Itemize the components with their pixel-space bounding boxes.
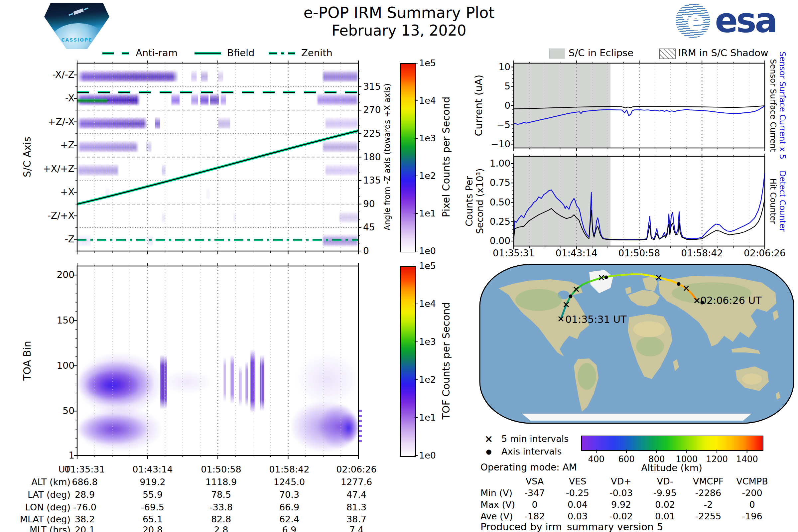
voltage-cell: -0.02 (609, 511, 633, 521)
toa-blob (339, 413, 358, 443)
track-end-label: 02:06:26 UT (700, 294, 762, 306)
mission-patch-art: CASSIOPE (44, 3, 109, 50)
current-tick: 10 (498, 61, 510, 72)
eclipse-swatch (549, 49, 565, 58)
voltage-row-label: Max (V) (480, 499, 515, 510)
ground-track-map: 01:35:31 UT02:06:26 UT (479, 263, 795, 424)
toa-blob (245, 361, 248, 406)
angle-tick: 270 (363, 105, 381, 115)
sc-axis-tick: -X/-Z (52, 70, 75, 80)
time-tick: 01:50:58 (619, 248, 660, 259)
spectro-band (77, 234, 91, 247)
time-tick: 01:35:31 (493, 248, 535, 259)
esa-wordmark: esa (715, 1, 776, 40)
ephemeris-cell: 62.4 (279, 514, 299, 524)
counts-tick: 0.00 (490, 236, 510, 246)
angle-tick: 315 (363, 81, 381, 92)
ephemeris-cell: 01:50:58 (201, 464, 241, 474)
tof-cb-tick: 1e5 (419, 261, 436, 271)
detect-counter-label: Detect Counter (777, 171, 787, 232)
summary-plot-page: e-POP IRM Summary Plot February 13, 2020… (0, 0, 798, 532)
toa-blob (224, 357, 226, 402)
page-subtitle-date: February 13, 2020 (332, 22, 467, 39)
legend-label-eclipse: S/C in Eclipse (569, 48, 633, 58)
sc-axis-tick: -Z (65, 234, 75, 245)
altitude-tick: 800 (648, 455, 665, 464)
voltage-col-header: VMCPF (693, 476, 723, 487)
sc-axis-tick: -Z/+X (48, 210, 75, 221)
sc-axis-spectrogram (77, 63, 358, 251)
legend-label-antiram: Anti-ram (136, 48, 177, 58)
sc-axis-tick: +Z (60, 140, 75, 151)
current-tick: −5 (497, 119, 510, 130)
spectro-band (324, 164, 358, 176)
angle-tick: 180 (363, 152, 381, 162)
ephemeris-row-label: MLT (hrs) (30, 525, 71, 532)
angle-tick: 225 (363, 128, 381, 139)
legend-5min-intervals: 5 min intervals (501, 434, 569, 444)
spectro-band (191, 70, 197, 83)
ephemeris-cell: 82.8 (211, 514, 231, 524)
boreal-green (515, 289, 562, 311)
counts-tick: 0.25 (490, 216, 510, 227)
toa-tick: 150 (57, 315, 75, 326)
ephemeris-cell: 38.7 (346, 514, 366, 524)
x-marker-icon: × (484, 433, 493, 445)
spectro-band (148, 234, 153, 247)
altitude-tick: 400 (588, 455, 605, 464)
angle-tick: 90 (363, 199, 375, 209)
altitude-tick: 1000 (676, 455, 698, 464)
spectro-band (200, 93, 209, 106)
angle-tick: 0 (363, 246, 369, 256)
voltage-col-header: VSA (526, 476, 544, 487)
ephemeris-row-label: MLAT (deg) (20, 514, 71, 524)
toa-tick: 100 (57, 360, 75, 371)
spectro-band (201, 70, 208, 83)
ephemeris-cell: 20.8 (142, 525, 163, 532)
voltage-cell: 9.92 (611, 499, 631, 510)
eclipse-region-counts (514, 156, 610, 246)
altitude-tick: 600 (618, 455, 635, 464)
tof-colorbar-label: TOF Counts per Second (440, 302, 452, 420)
ephemeris-cell: 2.8 (214, 525, 228, 532)
toa-blob (162, 369, 212, 395)
pixel-colorbar-label: Pixel Counts per Second (440, 97, 452, 217)
voltage-cell: -200 (742, 488, 762, 498)
altitude-tick: 1200 (706, 455, 728, 464)
voltage-cell: 0.02 (655, 499, 675, 510)
pixel-cb-tick: 1e1 (419, 208, 436, 218)
ephemeris-cell: 78.5 (211, 490, 231, 500)
ephemeris-cell: 65.1 (142, 514, 163, 524)
ephemeris-cell: 01:58:42 (269, 464, 309, 474)
cassiope-mission-patch: CASSIOPE (42, 1, 111, 51)
africa-green (636, 337, 664, 357)
tof-cb-tick: 1e2 (419, 374, 436, 385)
altitude-colorbar (581, 436, 763, 451)
amazon-green (577, 363, 596, 390)
toa-blob (230, 355, 234, 404)
ephemeris-cell: 70.3 (279, 490, 299, 500)
spectro-band (77, 117, 148, 130)
toa-blob (239, 366, 241, 407)
ephemeris-cell: -69.5 (141, 502, 164, 512)
counts-tick: 1.00 (490, 158, 510, 169)
spectro-band (322, 140, 358, 153)
toa-tick: 200 (57, 270, 75, 280)
green-intensity-band (77, 98, 107, 103)
spectro-band (191, 93, 198, 106)
ephemeris-cell: 7.4 (349, 525, 364, 532)
toa-tick: 50 (62, 406, 75, 416)
patch-name-text: CASSIOPE (44, 37, 109, 42)
voltage-cell: 0.04 (568, 499, 588, 510)
operating-mode: Operating mode: AM (480, 462, 577, 473)
voltage-col-header: VD+ (611, 476, 631, 487)
voltage-cell: -347 (524, 488, 545, 498)
current-tick: −10 (491, 139, 510, 149)
antarctica (522, 414, 752, 421)
voltage-col-header: VES (569, 476, 587, 487)
tof-cb-tick: 1e4 (419, 299, 436, 309)
sc-axis-tick: +Z/-X (48, 116, 75, 127)
legend-axis-intervals: Axis intervals (501, 446, 562, 457)
spectro-band (322, 234, 358, 247)
toa-tick: 1 (69, 450, 75, 461)
